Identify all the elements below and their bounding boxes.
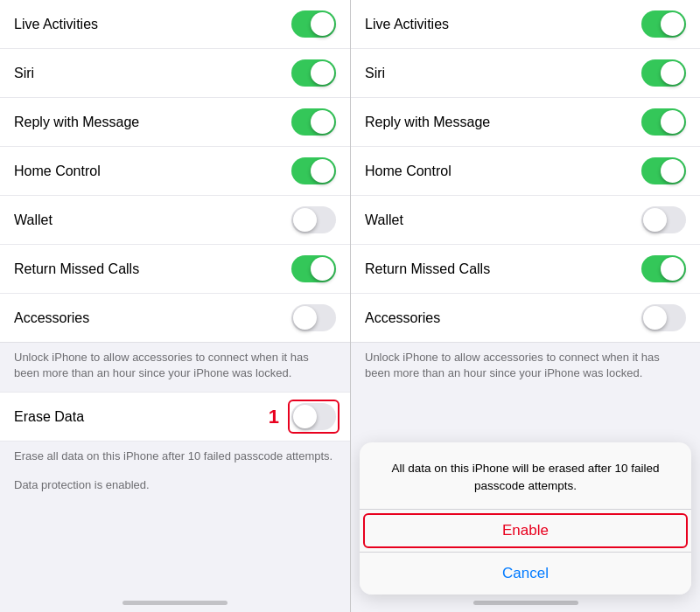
r-live-activities-toggle[interactable] (641, 10, 686, 38)
return-missed-calls-row: Return Missed Calls (0, 245, 350, 294)
reply-message-toggle[interactable] (291, 108, 336, 136)
erase-data-row: Erase Data 1 (0, 392, 350, 442)
home-indicator-right (473, 601, 578, 605)
r-siri-toggle[interactable] (641, 59, 686, 87)
erase-data-toggle[interactable] (291, 403, 336, 430)
home-control-toggle[interactable] (291, 157, 336, 184)
r-wallet-toggle[interactable] (641, 206, 686, 233)
cancel-button[interactable]: Cancel (360, 553, 691, 595)
toggle-knob (661, 12, 684, 36)
r-live-activities-label: Live Activities (365, 17, 449, 32)
toggle-knob (643, 306, 667, 330)
cancel-label: Cancel (502, 565, 549, 581)
toggle-knob (661, 257, 684, 281)
r-accessories-row: Accessories (351, 294, 700, 342)
r-live-activities-row: Live Activities (351, 0, 700, 49)
r-wallet-row: Wallet (351, 196, 700, 245)
toggle-knob (643, 208, 667, 232)
wallet-toggle[interactable] (291, 206, 336, 233)
r-reply-message-label: Reply with Message (365, 115, 490, 130)
r-accessories-label: Accessories (365, 310, 440, 326)
reply-message-row: Reply with Message (0, 98, 350, 147)
toggle-knob (311, 61, 334, 85)
erase-section: Erase Data 1 Erase all data on this iPho… (0, 392, 350, 497)
toggle-knob (293, 405, 317, 428)
data-protection-label-left: Data protection is enabled. (0, 470, 350, 498)
r-return-missed-calls-row: Return Missed Calls (351, 245, 700, 294)
left-settings-list: Live Activities Siri Reply with Message … (0, 0, 350, 343)
toggle-knob (661, 159, 684, 183)
live-activities-row: Live Activities (0, 0, 350, 49)
siri-row: Siri (0, 49, 350, 98)
right-panel: Live Activities Siri Reply with Message … (350, 0, 700, 612)
live-activities-label: Live Activities (14, 17, 98, 32)
toggle-knob (661, 110, 684, 134)
erase-data-dialog: All data on this iPhone will be erased a… (360, 442, 691, 595)
toggle-knob (293, 306, 317, 330)
home-control-label: Home Control (14, 163, 101, 179)
r-accessories-toggle[interactable] (641, 304, 686, 331)
live-activities-toggle[interactable] (291, 10, 336, 38)
enable-button[interactable]: Enable 2 (360, 510, 691, 553)
r-home-control-toggle[interactable] (641, 157, 686, 184)
siri-label: Siri (14, 66, 34, 81)
toggle-knob (311, 159, 334, 183)
r-return-missed-calls-label: Return Missed Calls (365, 261, 490, 277)
accessories-label: Accessories (14, 310, 89, 326)
r-home-control-label: Home Control (365, 163, 452, 179)
r-home-control-row: Home Control (351, 147, 700, 196)
return-missed-calls-label: Return Missed Calls (14, 261, 139, 277)
accessories-row: Accessories (0, 294, 350, 342)
r-siri-label: Siri (365, 66, 385, 81)
home-control-row: Home Control (0, 147, 350, 196)
erase-footer1: Erase all data on this iPhone after 10 f… (0, 442, 350, 469)
accessories-footer-left: Unlock iPhone to allow accessories to co… (0, 343, 350, 392)
enable-label: Enable (502, 522, 549, 539)
toggle-knob (293, 208, 317, 232)
erase-data-label: Erase Data (14, 409, 84, 425)
r-wallet-label: Wallet (365, 212, 403, 228)
return-missed-calls-toggle[interactable] (291, 255, 336, 282)
wallet-label: Wallet (14, 212, 52, 228)
right-settings-list: Live Activities Siri Reply with Message … (351, 0, 700, 343)
toggle-knob (311, 12, 334, 36)
r-siri-row: Siri (351, 49, 700, 98)
reply-message-label: Reply with Message (14, 115, 139, 130)
toggle-knob (311, 110, 334, 134)
toggle-knob (311, 257, 334, 281)
step1-number: 1 (269, 406, 279, 428)
siri-toggle[interactable] (291, 59, 336, 87)
dialog-overlay: All data on this iPhone will be erased a… (351, 442, 700, 613)
toggle-knob (661, 61, 684, 85)
accessories-toggle[interactable] (291, 304, 336, 331)
wallet-row: Wallet (0, 196, 350, 245)
r-reply-message-toggle[interactable] (641, 108, 686, 136)
r-reply-message-row: Reply with Message (351, 98, 700, 147)
left-panel: Live Activities Siri Reply with Message … (0, 0, 350, 612)
r-return-missed-calls-toggle[interactable] (641, 255, 686, 282)
accessories-footer-right: Unlock iPhone to allow accessories to co… (351, 343, 700, 392)
dialog-message: All data on this iPhone will be erased a… (360, 442, 691, 511)
home-indicator-left (122, 601, 228, 605)
